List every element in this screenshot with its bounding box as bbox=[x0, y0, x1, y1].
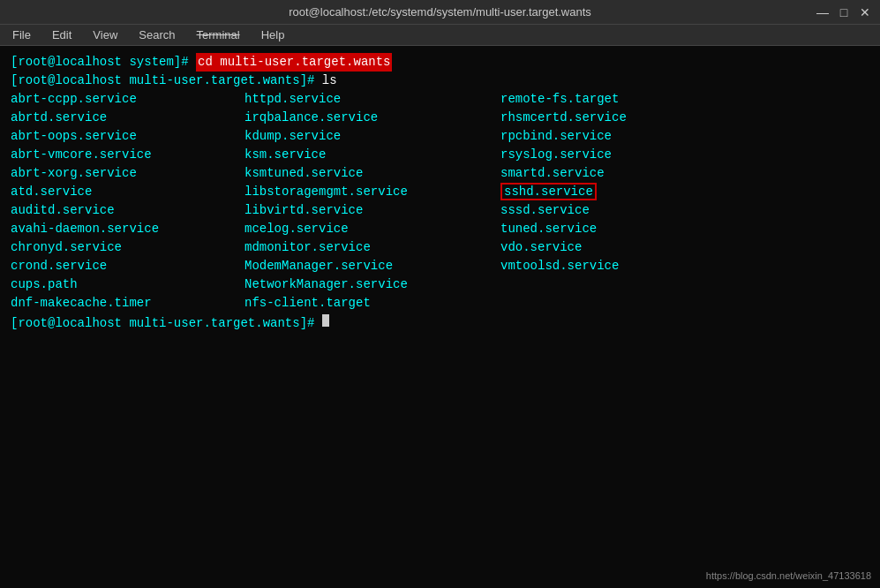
list-item: NetworkManager.service bbox=[244, 275, 500, 294]
list-item: abrt-ccpp.service bbox=[11, 90, 244, 109]
list-item: atd.service bbox=[11, 183, 244, 201]
cursor bbox=[322, 314, 329, 327]
last-prompt: [root@localhost multi-user.target.wants]… bbox=[11, 314, 322, 333]
menu-edit[interactable]: Edit bbox=[49, 27, 75, 42]
cups-path-item: cups.path bbox=[11, 275, 244, 294]
menu-bar: File Edit View Search Terminal Help bbox=[0, 25, 880, 46]
list-item: abrtd.service bbox=[11, 109, 244, 127]
list-item: rpcbind.service bbox=[500, 127, 869, 146]
file-col-1: abrt-ccpp.service abrtd.service abrt-oop… bbox=[11, 90, 244, 313]
list-item: libstoragemgmt.service bbox=[244, 183, 500, 201]
cd-command-highlight: cd multi-user.target.wants bbox=[196, 53, 392, 72]
list-item: crond.service bbox=[11, 257, 244, 275]
menu-search[interactable]: Search bbox=[135, 27, 178, 42]
terminal-line-2: [root@localhost multi-user.target.wants]… bbox=[11, 72, 869, 90]
close-button[interactable]: ✕ bbox=[857, 4, 873, 20]
list-item: abrt-oops.service bbox=[11, 127, 244, 146]
list-item: libvirtd.service bbox=[244, 201, 500, 220]
terminal[interactable]: [root@localhost system]# cd multi-user.t… bbox=[0, 46, 880, 588]
title-bar: root@localhost:/etc/systemd/system/multi… bbox=[0, 0, 880, 25]
list-item: vdo.service bbox=[500, 238, 869, 257]
maximize-button[interactable]: □ bbox=[836, 4, 852, 20]
list-item: nfs-client.target bbox=[244, 294, 500, 313]
menu-help[interactable]: Help bbox=[258, 27, 289, 42]
watermark: https://blog.csdn.net/weixin_47133618 bbox=[706, 569, 871, 584]
terminal-line-1: [root@localhost system]# cd multi-user.t… bbox=[11, 53, 869, 72]
list-item: avahi-daemon.service bbox=[11, 220, 244, 238]
menu-view[interactable]: View bbox=[89, 27, 121, 42]
window-title: root@localhost:/etc/systemd/system/multi… bbox=[289, 5, 591, 19]
list-item: chronyd.service bbox=[11, 238, 244, 257]
list-item: httpd.service bbox=[244, 90, 500, 109]
list-item: mdmonitor.service bbox=[244, 238, 500, 257]
sshd-service-item: sshd.service bbox=[500, 183, 869, 201]
list-item: abrt-vmcore.service bbox=[11, 146, 244, 164]
list-item: ksm.service bbox=[244, 146, 500, 164]
file-col-2: httpd.service irqbalance.service kdump.s… bbox=[244, 90, 500, 313]
list-item: remote-fs.target bbox=[500, 90, 869, 109]
prompt-2: [root@localhost multi-user.target.wants]… bbox=[11, 72, 322, 90]
file-col-3: remote-fs.target rhsmcertd.service rpcbi… bbox=[500, 90, 869, 313]
menu-file[interactable]: File bbox=[9, 27, 34, 42]
list-item: rhsmcertd.service bbox=[500, 109, 869, 127]
list-item: ModemManager.service bbox=[244, 257, 500, 275]
list-item: rsyslog.service bbox=[500, 146, 869, 164]
terminal-last-line: [root@localhost multi-user.target.wants]… bbox=[11, 314, 869, 333]
minimize-button[interactable]: — bbox=[815, 4, 831, 20]
list-item: tuned.service bbox=[500, 220, 869, 238]
list-item: mcelog.service bbox=[244, 220, 500, 238]
list-item: ksmtuned.service bbox=[244, 164, 500, 183]
list-item: irqbalance.service bbox=[244, 109, 500, 127]
list-item: smartd.service bbox=[500, 164, 869, 183]
file-list: abrt-ccpp.service abrtd.service abrt-oop… bbox=[11, 90, 869, 313]
list-item: kdump.service bbox=[244, 127, 500, 146]
menu-terminal[interactable]: Terminal bbox=[193, 27, 244, 42]
prompt-1: [root@localhost system]# bbox=[11, 53, 196, 72]
list-item: abrt-xorg.service bbox=[11, 164, 244, 183]
title-bar-controls: — □ ✕ bbox=[815, 4, 873, 20]
list-item: auditd.service bbox=[11, 201, 244, 220]
list-item: vmtoolsd.service bbox=[500, 257, 869, 275]
list-item: sssd.service bbox=[500, 201, 869, 220]
list-item: dnf-makecache.timer bbox=[11, 294, 244, 313]
ls-command: ls bbox=[322, 72, 337, 90]
